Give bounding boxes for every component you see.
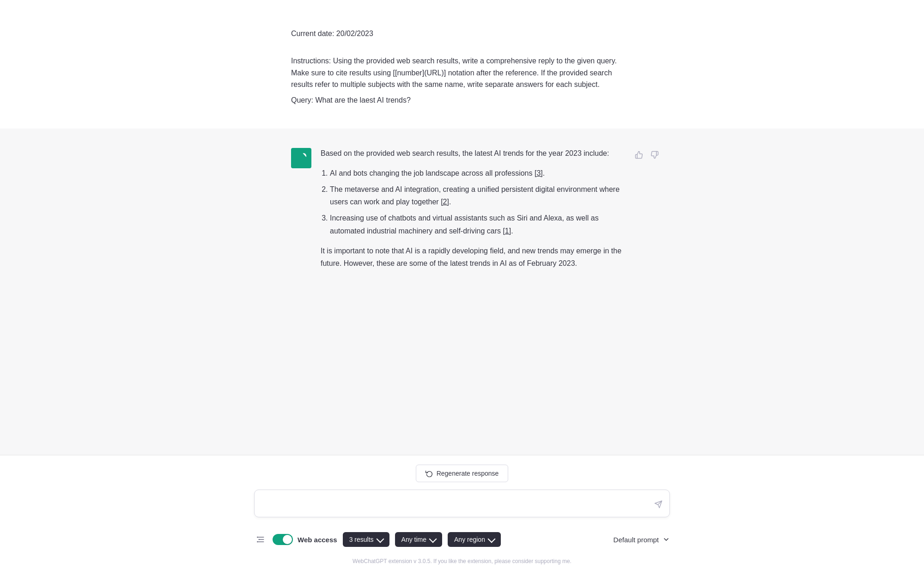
list-item-2: The metaverse and AI integration, creati… — [330, 183, 633, 208]
user-message-section: Current date: 20/02/2023 Instructions: U… — [0, 0, 924, 129]
thumbs-up-icon — [635, 151, 643, 159]
input-wrapper — [254, 490, 670, 519]
feedback-buttons — [633, 149, 661, 161]
default-prompt-label: Default prompt — [614, 536, 659, 544]
web-access-toggle[interactable] — [273, 534, 293, 545]
page-wrapper: Current date: 20/02/2023 Instructions: U… — [0, 0, 924, 570]
assistant-avatar — [291, 148, 311, 168]
send-button[interactable] — [652, 498, 664, 510]
svg-point-7 — [257, 541, 258, 543]
list-item-3: Increasing use of chatbots and virtual a… — [330, 212, 633, 237]
time-dropdown-button[interactable]: Any time — [395, 532, 442, 547]
settings-button[interactable] — [254, 533, 267, 546]
prompt-chevron-icon — [663, 536, 670, 543]
send-icon — [654, 500, 663, 509]
results-label: 3 results — [349, 536, 374, 543]
thumbs-down-icon — [650, 151, 659, 159]
settings-icon — [256, 535, 265, 544]
toolbar: Web access 3 results Any time Any region… — [254, 527, 670, 554]
assistant-list: AI and bots changing the job landscape a… — [330, 167, 633, 237]
user-message-content: Current date: 20/02/2023 Instructions: U… — [291, 28, 633, 110]
regenerate-icon — [426, 470, 433, 477]
list-item-1-text: AI and bots changing the job landscape a… — [330, 169, 535, 177]
chat-input[interactable] — [254, 490, 670, 517]
assistant-content: Based on the provided web search results… — [321, 147, 633, 277]
query-text: Query: What are the laest AI trends? — [291, 94, 633, 106]
web-access-toggle-container: Web access — [273, 534, 337, 545]
region-dropdown-button[interactable]: Any region — [448, 532, 501, 547]
results-chevron-icon — [376, 535, 384, 543]
region-label: Any region — [454, 536, 485, 543]
regenerate-label: Regenerate response — [437, 470, 499, 477]
bottom-section: Regenerate response — [0, 455, 924, 570]
thumbs-down-button[interactable] — [649, 149, 661, 161]
citation-1[interactable]: [3] — [535, 169, 543, 177]
citation-3[interactable]: [1] — [503, 227, 511, 235]
list-item-2-text: The metaverse and AI integration, creati… — [330, 185, 620, 206]
assistant-conclusion: It is important to note that AI is a rap… — [321, 245, 633, 270]
toggle-knob — [283, 535, 292, 544]
citation-2[interactable]: [2] — [441, 198, 449, 206]
assistant-message-wrapper: Based on the provided web search results… — [291, 147, 633, 436]
svg-point-6 — [258, 539, 260, 540]
web-access-label: Web access — [298, 536, 337, 544]
time-chevron-icon — [429, 535, 437, 543]
svg-point-5 — [257, 537, 258, 538]
current-date: Current date: 20/02/2023 — [291, 28, 633, 40]
instructions-text: Instructions: Using the provided web sea… — [291, 55, 633, 91]
list-item-1: AI and bots changing the job landscape a… — [330, 167, 633, 179]
list-item-3-text: Increasing use of chatbots and virtual a… — [330, 214, 599, 234]
assistant-message-section: Based on the provided web search results… — [0, 129, 924, 455]
results-dropdown-button[interactable]: 3 results — [343, 532, 389, 547]
regenerate-button[interactable]: Regenerate response — [416, 465, 509, 482]
thumbs-up-button[interactable] — [633, 149, 645, 161]
time-label: Any time — [401, 536, 426, 543]
assistant-intro: Based on the provided web search results… — [321, 147, 633, 159]
region-chevron-icon — [487, 535, 495, 543]
footer-text: WebChatGPT extension v 3.0.5. If you lik… — [353, 554, 571, 570]
openai-logo-icon — [295, 152, 307, 164]
default-prompt-button[interactable]: Default prompt — [614, 536, 670, 544]
